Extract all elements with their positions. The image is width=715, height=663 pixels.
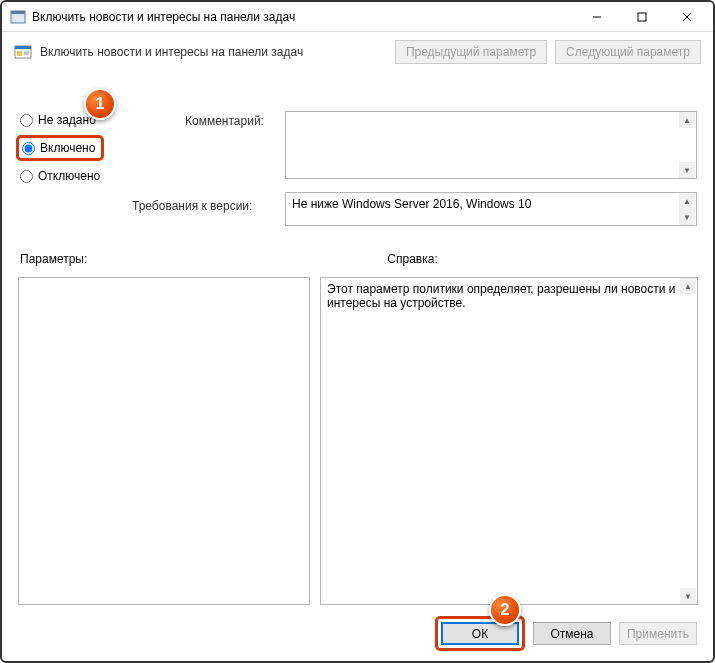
scroll-up-icon[interactable]: ▲ <box>679 112 695 128</box>
radio-enabled-highlight: Включено <box>16 135 104 161</box>
close-button[interactable] <box>664 2 709 31</box>
requirements-field: Не ниже Windows Server 2016, Windows 10 … <box>285 192 697 226</box>
window-title: Включить новости и интересы на панели за… <box>32 10 574 24</box>
previous-setting-button[interactable]: Предыдущий параметр <box>395 40 547 64</box>
svg-rect-3 <box>638 13 646 21</box>
radio-not-configured-label: Не задано <box>38 113 96 127</box>
dialog-footer: ОК Отмена Применить <box>435 616 697 651</box>
minimize-button[interactable] <box>574 2 619 31</box>
radio-disabled[interactable]: Отключено <box>20 169 130 183</box>
annotation-marker-1: 1 <box>84 88 116 120</box>
radio-enabled[interactable]: Включено <box>22 141 95 155</box>
window-titlebar: Включить новости и интересы на панели за… <box>2 2 713 32</box>
radio-enabled-label: Включено <box>40 141 95 155</box>
state-radio-group: Не задано Включено Отключено <box>20 105 130 191</box>
cancel-button[interactable]: Отмена <box>533 622 611 645</box>
apply-button[interactable]: Применить <box>619 622 697 645</box>
policy-title: Включить новости и интересы на панели за… <box>40 45 387 59</box>
svg-rect-1 <box>11 11 25 14</box>
radio-disabled-input[interactable] <box>20 170 33 183</box>
annotation-marker-2: 2 <box>489 594 521 626</box>
help-textarea[interactable]: Этот параметр политики определяет, разре… <box>320 277 698 605</box>
scroll-up-icon[interactable]: ▲ <box>680 278 696 294</box>
options-textarea[interactable] <box>18 277 310 605</box>
scroll-down-icon[interactable]: ▼ <box>680 588 696 604</box>
next-setting-button[interactable]: Следующий параметр <box>555 40 701 64</box>
comment-label: Комментарий: <box>185 114 264 128</box>
maximize-button[interactable] <box>619 2 664 31</box>
app-icon <box>10 9 26 25</box>
scroll-up-icon[interactable]: ▲ <box>679 193 695 209</box>
policy-icon <box>14 43 32 61</box>
section-labels: Параметры: Справка: <box>20 252 695 266</box>
scroll-down-icon[interactable]: ▼ <box>679 209 695 225</box>
scroll-down-icon[interactable]: ▼ <box>679 162 695 178</box>
svg-rect-8 <box>17 51 22 56</box>
policy-header: Включить новости и интересы на панели за… <box>14 40 701 64</box>
comment-textarea[interactable]: ▲ ▼ <box>285 111 697 179</box>
radio-disabled-label: Отключено <box>38 169 100 183</box>
svg-rect-7 <box>15 46 31 49</box>
options-label: Параметры: <box>20 252 87 266</box>
help-label: Справка: <box>387 252 437 266</box>
radio-not-configured[interactable]: Не задано <box>20 113 130 127</box>
radio-not-configured-input[interactable] <box>20 114 33 127</box>
requirements-label: Требования к версии: <box>132 199 252 213</box>
radio-enabled-input[interactable] <box>22 142 35 155</box>
